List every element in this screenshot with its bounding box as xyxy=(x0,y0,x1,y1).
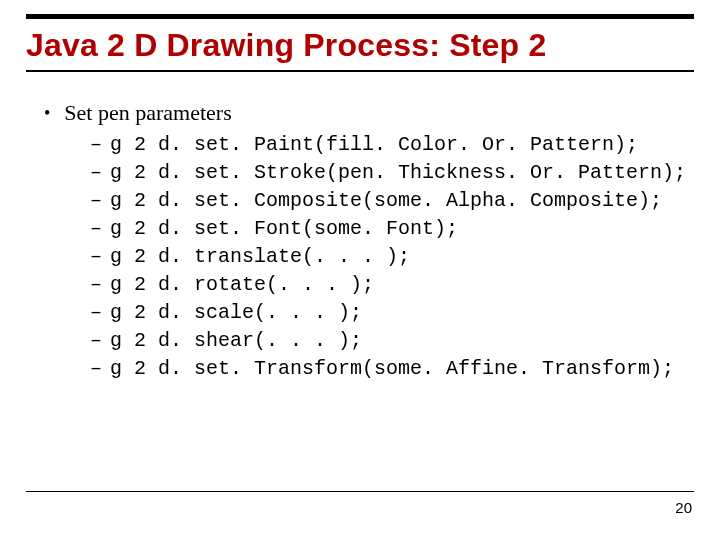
code-line: g 2 d. translate(. . . ); xyxy=(110,244,410,270)
dash-icon: – xyxy=(90,216,102,242)
slide: Java 2 D Drawing Process: Step 2 • Set p… xyxy=(0,0,720,540)
slide-body: • Set pen parameters – g 2 d. set. Paint… xyxy=(26,100,694,382)
list-item: – g 2 d. shear(. . . ); xyxy=(90,328,694,354)
dash-icon: – xyxy=(90,132,102,158)
code-line: g 2 d. set. Paint(fill. Color. Or. Patte… xyxy=(110,132,638,158)
list-item: – g 2 d. set. Paint(fill. Color. Or. Pat… xyxy=(90,132,694,158)
bullet-dot-icon: • xyxy=(44,100,50,126)
code-line: g 2 d. scale(. . . ); xyxy=(110,300,362,326)
list-item: – g 2 d. translate(. . . ); xyxy=(90,244,694,270)
code-line: g 2 d. set. Transform(some. Affine. Tran… xyxy=(110,356,674,382)
dash-icon: – xyxy=(90,160,102,186)
dash-icon: – xyxy=(90,300,102,326)
list-item: – g 2 d. set. Transform(some. Affine. Tr… xyxy=(90,356,694,382)
page-number: 20 xyxy=(675,499,692,516)
code-line: g 2 d. set. Composite(some. Alpha. Compo… xyxy=(110,188,662,214)
list-item: – g 2 d. scale(. . . ); xyxy=(90,300,694,326)
main-bullet-text: Set pen parameters xyxy=(64,100,231,126)
main-bullet: • Set pen parameters xyxy=(44,100,694,126)
slide-title: Java 2 D Drawing Process: Step 2 xyxy=(26,27,694,64)
code-line: g 2 d. set. Stroke(pen. Thickness. Or. P… xyxy=(110,160,686,186)
dash-icon: – xyxy=(90,188,102,214)
code-line: g 2 d. set. Font(some. Font); xyxy=(110,216,458,242)
code-line: g 2 d. shear(. . . ); xyxy=(110,328,362,354)
dash-icon: – xyxy=(90,328,102,354)
dash-icon: – xyxy=(90,272,102,298)
list-item: – g 2 d. rotate(. . . ); xyxy=(90,272,694,298)
top-rule-thick xyxy=(26,14,694,19)
sub-list: – g 2 d. set. Paint(fill. Color. Or. Pat… xyxy=(90,132,694,382)
list-item: – g 2 d. set. Stroke(pen. Thickness. Or.… xyxy=(90,160,694,186)
footer-rule xyxy=(26,491,694,492)
list-item: – g 2 d. set. Composite(some. Alpha. Com… xyxy=(90,188,694,214)
title-underline xyxy=(26,70,694,72)
dash-icon: – xyxy=(90,356,102,382)
list-item: – g 2 d. set. Font(some. Font); xyxy=(90,216,694,242)
code-line: g 2 d. rotate(. . . ); xyxy=(110,272,374,298)
dash-icon: – xyxy=(90,244,102,270)
